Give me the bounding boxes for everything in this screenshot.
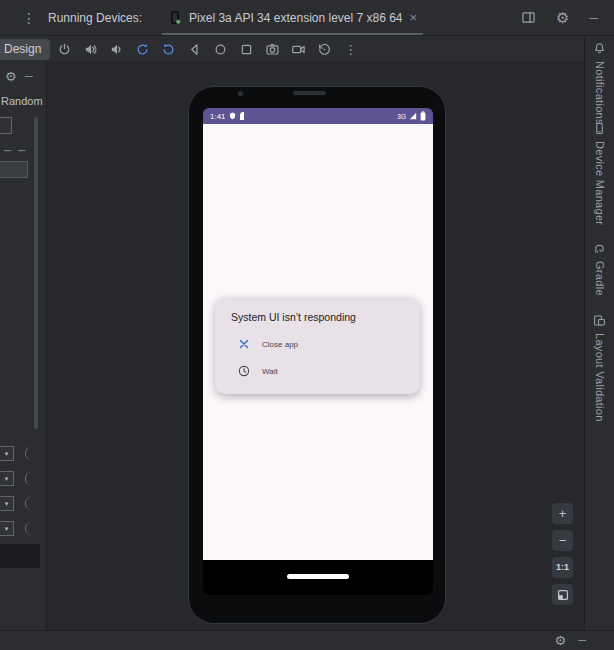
phone-device-icon xyxy=(168,10,182,25)
device-toolbar-icons: ⋮ xyxy=(56,40,359,58)
app-screen-body: System UI isn’t responding Close app xyxy=(203,124,433,560)
videocam-icon xyxy=(291,42,306,57)
panel-hide-icon[interactable]: ─ xyxy=(25,71,33,82)
back-button[interactable] xyxy=(186,40,203,58)
panel-gear-icon[interactable]: ⚙ xyxy=(5,70,17,83)
close-app-label: Close app xyxy=(262,340,298,349)
cropped-field[interactable] xyxy=(0,117,12,134)
camera-icon xyxy=(265,42,280,57)
toolwindow-device-manager[interactable]: Device Manager xyxy=(585,122,614,225)
cropped-input[interactable] xyxy=(0,161,28,178)
header-actions: ⚙ ─ xyxy=(521,10,614,25)
shield-status-icon xyxy=(229,112,236,120)
zoom-in-button[interactable]: + xyxy=(552,503,573,524)
volume-up-button[interactable] xyxy=(82,40,99,58)
footer-hide-icon[interactable]: ─ xyxy=(578,635,586,646)
device-tab-label: Pixel 3a API 34 extension level 7 x86 64 xyxy=(189,11,402,25)
anr-dialog-title: System UI isn’t responding xyxy=(231,311,404,323)
power-icon xyxy=(57,42,72,57)
clock-icon xyxy=(238,365,250,377)
volume-down-icon xyxy=(109,42,124,57)
anr-dialog: System UI isn’t responding Close app xyxy=(215,297,420,394)
layout-validation-icon xyxy=(593,314,606,327)
screen-record-button[interactable] xyxy=(290,40,307,58)
rotate-right-button[interactable] xyxy=(160,40,177,58)
device-screen[interactable]: 1:41 3G xyxy=(203,108,433,595)
panel-footer: ⚙ ─ xyxy=(0,630,614,650)
toolwindow-notifications[interactable]: Notifications xyxy=(585,42,614,125)
sdcard-status-icon xyxy=(239,112,245,120)
front-camera-dot xyxy=(238,91,243,96)
panel-options-icon[interactable]: ⋮ xyxy=(22,11,34,25)
cropped-bracket xyxy=(25,472,31,485)
overview-button[interactable] xyxy=(238,40,255,58)
more-options-icon[interactable]: ⋮ xyxy=(342,40,359,58)
wait-label: Wait xyxy=(262,367,278,376)
device-tab[interactable]: Pixel 3a API 34 extension level 7 x86 64… xyxy=(160,0,425,35)
tab-close-icon[interactable]: × xyxy=(410,11,418,24)
cropped-dropdown[interactable]: ▾ xyxy=(0,471,14,486)
status-bar-right: 3G xyxy=(397,111,426,121)
gradle-icon xyxy=(593,242,606,255)
tab-design[interactable]: Design xyxy=(0,39,50,60)
emulator-canvas: 1:41 3G xyxy=(47,62,584,630)
overview-icon xyxy=(239,42,254,57)
cropped-dropdown[interactable]: ▾ xyxy=(0,496,14,511)
battery-icon xyxy=(420,111,426,121)
chevron-down-icon: ▾ xyxy=(5,475,9,483)
toolwindow-gradle[interactable]: Gradle xyxy=(585,242,614,296)
snapshot-button[interactable] xyxy=(316,40,333,58)
home-icon xyxy=(213,42,228,57)
chevron-down-icon: ▾ xyxy=(5,450,9,458)
random-label: Random xyxy=(1,95,43,107)
screenshot-button[interactable] xyxy=(264,40,281,58)
status-time: 1:41 xyxy=(210,112,226,121)
gesture-nav-area xyxy=(203,560,433,595)
power-button[interactable] xyxy=(56,40,73,58)
cropped-dash-icon: ─ xyxy=(18,146,25,156)
split-panel-button[interactable] xyxy=(521,10,536,25)
toolwindow-label: Notifications xyxy=(594,61,606,125)
back-icon xyxy=(187,42,202,57)
zoom-out-button[interactable]: − xyxy=(552,530,573,551)
running-devices-header: ⋮ Running Devices: Pixel 3a API 34 exten… xyxy=(0,0,614,36)
zoom-reset-button[interactable]: 1:1 xyxy=(552,557,573,578)
footer-gear-icon[interactable]: ⚙ xyxy=(555,634,567,647)
volume-down-button[interactable] xyxy=(108,40,125,58)
cropped-bracket xyxy=(25,447,31,460)
home-gesture-pill[interactable] xyxy=(287,574,349,579)
toolwindow-label: Layout Validation xyxy=(594,333,606,422)
hide-panel-icon[interactable]: ─ xyxy=(589,12,598,24)
panel-scrollbar[interactable] xyxy=(34,117,38,429)
settings-gear-icon[interactable]: ⚙ xyxy=(556,10,569,25)
pixel-3a-device-frame: 1:41 3G xyxy=(188,86,446,624)
anr-dialog-options: Close app Wait xyxy=(231,334,404,381)
cropped-dropdown[interactable]: ▾ xyxy=(0,446,14,461)
chevron-down-icon: ▾ xyxy=(5,500,9,508)
rotate-left-button[interactable] xyxy=(134,40,151,58)
close-icon xyxy=(238,338,250,350)
left-tool-panel-cropped: ⚙ ─ Random ─ ─ ▾ ▾ ▾ ▾ xyxy=(0,62,47,630)
fit-screen-icon xyxy=(557,589,569,601)
cropped-dash-icon: ─ xyxy=(4,146,11,156)
android-studio-running-devices-window: ⋮ Running Devices: Pixel 3a API 34 exten… xyxy=(0,0,614,650)
home-button[interactable] xyxy=(212,40,229,58)
close-app-option[interactable]: Close app xyxy=(231,334,404,354)
rotate-right-icon xyxy=(161,42,176,57)
design-tab-label: Design xyxy=(4,42,41,56)
zoom-fit-button[interactable] xyxy=(552,584,573,605)
wait-option[interactable]: Wait xyxy=(231,361,404,381)
device-manager-icon xyxy=(593,122,606,135)
toolwindow-layout-validation[interactable]: Layout Validation xyxy=(585,314,614,422)
cropped-panel-block xyxy=(0,544,40,568)
split-panel-icon xyxy=(521,10,536,25)
cropped-bracket xyxy=(25,497,31,510)
network-type-label: 3G xyxy=(397,113,406,120)
right-tool-window-strip: Notifications Device Manager Gradle Layo… xyxy=(584,36,614,630)
earpiece-speaker xyxy=(293,91,326,95)
chevron-down-icon: ▾ xyxy=(5,525,9,533)
cropped-bracket xyxy=(25,522,31,535)
android-status-bar: 1:41 3G xyxy=(203,108,433,124)
cropped-dropdown[interactable]: ▾ xyxy=(0,521,14,536)
device-toolbar: Design xyxy=(0,36,584,62)
